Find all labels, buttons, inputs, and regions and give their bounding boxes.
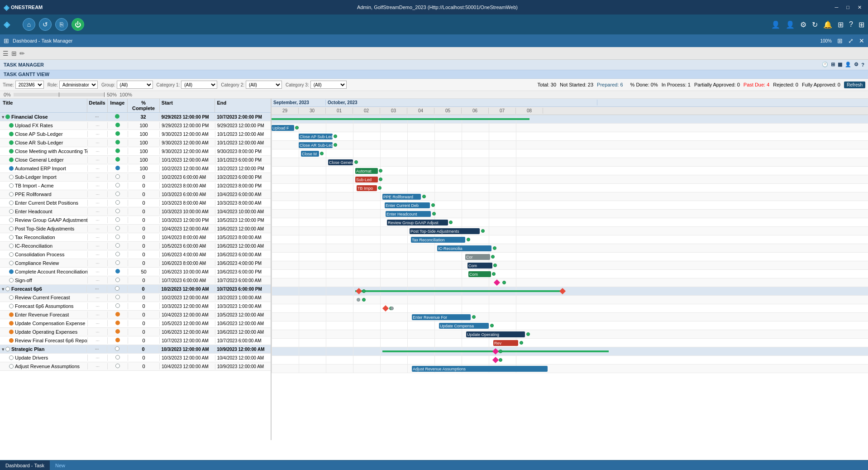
dashboard-close-icon[interactable]: ✕: [859, 37, 864, 44]
table-row[interactable]: Enter Revenue Forecast ··· 0 10/4/2023 1…: [0, 311, 271, 319]
details-button[interactable]: ···: [95, 252, 99, 257]
details-button[interactable]: ···: [95, 166, 99, 171]
details-button[interactable]: ···: [95, 330, 99, 335]
table-row[interactable]: Consolidation Process ··· 0 10/6/2023 4:…: [0, 250, 271, 259]
gantt-milestone[interactable]: [354, 160, 358, 164]
expand-icon[interactable]: ▾: [2, 347, 4, 352]
copy-button[interactable]: ⎘: [55, 18, 68, 31]
details-button[interactable]: ···: [95, 287, 99, 292]
home-button[interactable]: ⌂: [23, 18, 35, 31]
details-button[interactable]: ···: [95, 364, 99, 369]
table-row[interactable]: Adjust Revenue Assumptions ··· 0 10/4/20…: [0, 362, 271, 371]
task-icon-clock[interactable]: 🕐: [822, 62, 828, 67]
details-button[interactable]: ···: [95, 355, 99, 360]
gantt-bar[interactable]: Cor: [465, 254, 490, 260]
gantt-milestone[interactable]: [390, 307, 394, 310]
task-icon-help[interactable]: ?: [861, 62, 864, 67]
details-button[interactable]: ···: [95, 149, 99, 154]
table-row[interactable]: Sign-off ··· 0 10/7/2023 6:00:00 AM 10/7…: [0, 276, 271, 285]
titlebar-right[interactable]: ─ □ ✕: [832, 4, 864, 11]
details-button[interactable]: ···: [95, 192, 99, 197]
refresh-button[interactable]: Refresh: [844, 82, 865, 88]
gantt-milestone[interactable]: [492, 272, 496, 276]
gantt-bar[interactable]: Enter Headcount: [386, 211, 431, 217]
gantt-milestone[interactable]: [491, 255, 495, 259]
gantt-milestone[interactable]: [362, 289, 366, 293]
gantt-bar[interactable]: Automat: [355, 168, 378, 174]
gantt-bar[interactable]: Adjust Revenue Assumptions: [412, 366, 548, 372]
task-icon-user[interactable]: 👤: [845, 62, 851, 67]
table-row[interactable]: Close AR Sub-Ledger ··· 100 9/30/2023 12…: [0, 139, 271, 147]
gantt-diamond[interactable]: [559, 288, 566, 294]
gantt-milestone[interactable]: [422, 195, 426, 198]
grid-view-icon[interactable]: ⊞: [11, 50, 17, 57]
gantt-milestone[interactable]: [449, 221, 453, 224]
gantt-milestone[interactable]: [432, 212, 436, 216]
gantt-milestone[interactable]: [499, 358, 502, 362]
details-button[interactable]: ···: [95, 312, 99, 317]
details-button[interactable]: ···: [95, 235, 99, 240]
power-button[interactable]: ⏻: [72, 18, 84, 31]
group-select[interactable]: (All): [117, 81, 153, 89]
details-button[interactable]: ···: [95, 209, 99, 214]
details-button[interactable]: ···: [95, 218, 99, 223]
gantt-milestone[interactable]: [493, 264, 497, 267]
gantt-bar[interactable]: Close Genera: [328, 159, 353, 165]
gantt-milestone[interactable]: [490, 324, 494, 327]
table-row[interactable]: Update Operating Expenses ··· 0 10/6/202…: [0, 328, 271, 336]
details-button[interactable]: ···: [95, 295, 99, 300]
details-button[interactable]: ···: [95, 269, 99, 274]
gantt-bar[interactable]: Com: [468, 271, 491, 277]
gantt-milestone[interactable]: [520, 341, 523, 345]
gantt-milestone[interactable]: [472, 315, 476, 319]
gantt-diamond[interactable]: [382, 305, 389, 312]
grid-icon[interactable]: ⊞: [858, 20, 864, 29]
task-icon-gear[interactable]: ⚙: [854, 62, 858, 67]
details-button[interactable]: ···: [95, 226, 99, 231]
details-button[interactable]: ···: [95, 132, 99, 137]
gantt-bar[interactable]: Close M: [301, 151, 319, 157]
edit-icon[interactable]: ✏: [19, 50, 25, 57]
details-button[interactable]: ···: [95, 244, 99, 249]
table-row[interactable]: Complete Account Reconciliations ··· 50 …: [0, 268, 271, 276]
table-row[interactable]: Enter Current Debt Positions ··· 0 10/3/…: [0, 199, 271, 207]
table-row[interactable]: Sub-Ledger Import ··· 0 10/2/2023 6:00:0…: [0, 173, 271, 182]
cat1-select[interactable]: (All): [181, 81, 217, 89]
table-row[interactable]: Upload FX Rates ··· 100 9/29/2023 12:00:…: [0, 121, 271, 130]
tab-new[interactable]: New: [50, 460, 71, 470]
filter-icon[interactable]: ☰: [3, 50, 9, 57]
user-icon[interactable]: 👤: [771, 20, 780, 29]
gantt-bar[interactable]: Sub-Led: [355, 177, 378, 182]
table-row[interactable]: PPE Rollforward ··· 0 10/3/2023 6:00:00 …: [0, 190, 271, 199]
table-row[interactable]: Tax Reconciliation ··· 0 10/4/2023 8:00:…: [0, 233, 271, 242]
notification-icon[interactable]: 🔔: [823, 20, 832, 29]
gantt-bar[interactable]: Tax Reconciliation: [411, 237, 465, 243]
table-row[interactable]: IC-Reconciliation ··· 0 10/5/2023 6:00:0…: [0, 242, 271, 250]
gantt-bar[interactable]: Enter Current Deb: [385, 202, 430, 208]
gantt-bar[interactable]: Close AR Sub-Led: [299, 142, 333, 148]
gantt-milestone[interactable]: [320, 152, 324, 155]
details-button[interactable]: ···: [95, 158, 99, 163]
details-button[interactable]: ···: [95, 140, 99, 145]
refresh-button[interactable]: ↺: [39, 18, 52, 31]
minimize-button[interactable]: ─: [832, 4, 841, 11]
cat3-select[interactable]: (All): [310, 81, 347, 89]
table-row[interactable]: Review Final Forecast 6p6 Reports ··· 0 …: [0, 336, 271, 345]
gantt-milestone[interactable]: [378, 186, 382, 190]
role-select[interactable]: Administrator: [59, 81, 98, 89]
table-row[interactable]: ▾ Financial Close ··· 32 9/29/2023 12:00…: [0, 113, 271, 121]
gantt-milestone[interactable]: [357, 298, 360, 302]
gantt-milestone[interactable]: [334, 143, 337, 147]
gantt-milestone[interactable]: [499, 350, 502, 353]
expand-icon[interactable]: ▾: [2, 115, 4, 120]
table-row[interactable]: Close AP Sub-Ledger ··· 100 9/30/2023 12…: [0, 130, 271, 139]
gantt-milestone[interactable]: [379, 177, 382, 181]
gantt-bar[interactable]: Com: [467, 263, 492, 269]
gantt-bar[interactable]: Rev: [493, 340, 518, 346]
details-button[interactable]: ···: [95, 123, 99, 128]
details-button[interactable]: ···: [95, 347, 99, 352]
gantt-milestone[interactable]: [493, 246, 496, 250]
gantt-diamond[interactable]: [492, 348, 499, 355]
settings-icon[interactable]: ⚙: [800, 20, 806, 29]
expand-icon[interactable]: ▾: [2, 287, 4, 292]
